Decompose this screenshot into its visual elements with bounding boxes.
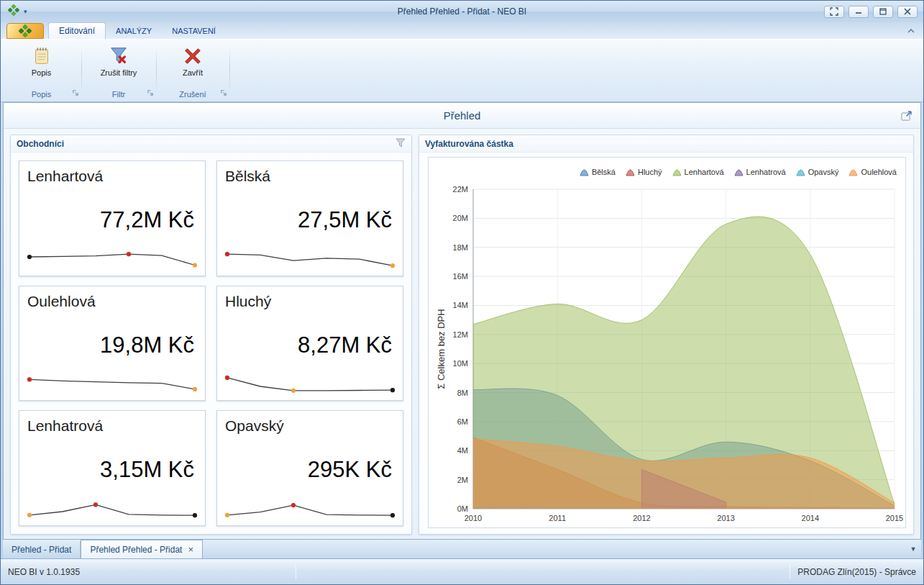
svg-text:0M: 0M [457, 504, 468, 513]
legend-item-Lenhatrová[interactable]: Lenhatrová [734, 168, 786, 176]
svg-text:14M: 14M [453, 301, 468, 309]
group-caption-zruseni: Zrušení [157, 89, 229, 100]
group-separator [229, 45, 230, 96]
group-caption-filtr: Filtr [82, 89, 155, 100]
dashboard-body: Obchodníci Lenhartová77,2M KčBělská27,5M… [4, 129, 920, 539]
content-frame: Přehled Obchodníci Lenhartová77, [3, 102, 921, 540]
legend-item-Oulehlová[interactable]: Oulehlová [848, 168, 897, 176]
kpi-card-5[interactable]: Opavský295K Kč [216, 410, 403, 526]
ribbon-collapse-button[interactable] [905, 25, 918, 37]
document-tab-bar: Přehled - Přidat Přehled Přehled - Přida… [3, 540, 921, 558]
legend-item-Lenhartová[interactable]: Lenhartová [672, 168, 724, 176]
filter-icon[interactable] [395, 137, 406, 150]
svg-text:2011: 2011 [549, 514, 566, 522]
window-title: Přehled Přehled - Přidat - NEO BI [1, 6, 923, 17]
svg-text:22M: 22M [453, 185, 468, 194]
legend-item-Opavský[interactable]: Opavský [796, 168, 839, 176]
svg-text:2010: 2010 [465, 514, 482, 522]
kpi-sparkline [24, 490, 201, 522]
kpi-card-title: Opavský [225, 417, 284, 435]
maximize-button[interactable] [873, 6, 893, 18]
svg-text:20M: 20M [453, 214, 468, 222]
kpi-card-value: 27,5M Kč [298, 207, 392, 233]
legend-area-icon [580, 168, 589, 176]
kpi-sparkline [221, 490, 398, 522]
legend-item-Hluchý[interactable]: Hluchý [626, 168, 662, 176]
fullscreen-icon [830, 7, 838, 16]
kpi-card-title: Lenhatrová [27, 417, 103, 435]
ribbon-tab-analyzy[interactable]: ANALÝZY [106, 23, 162, 39]
kpi-card-2[interactable]: Oulehlová19,8M Kč [19, 286, 206, 402]
ribbon-tab-editovani[interactable]: Editování [48, 22, 106, 39]
svg-text:16M: 16M [453, 272, 468, 281]
zavrit-button[interactable]: Zavřít [177, 42, 209, 79]
legend-label: Lenhatrová [746, 168, 786, 176]
svg-text:12M: 12M [453, 330, 468, 339]
zavrit-button-label: Zavřít [183, 68, 203, 77]
panel-chart-title: Vyfakturována částka [425, 139, 513, 149]
app-logo-icon [8, 4, 19, 19]
kpi-card-grid: Lenhartová77,2M KčBělská27,5M KčOulehlov… [11, 154, 411, 534]
minimize-button[interactable] [848, 6, 869, 18]
maximize-icon [879, 7, 887, 16]
legend-label: Hluchý [638, 168, 662, 176]
invoiced-amount-area-chart[interactable]: 0M2M4M6M8M10M12M14M16M18M20M22M201020112… [431, 183, 906, 529]
legend-label: Opavský [808, 168, 839, 176]
close-button[interactable] [897, 6, 918, 18]
kpi-sparkline [221, 240, 398, 272]
kpi-card-title: Hluchý [225, 293, 271, 310]
ribbon-group-popis: Popis Popis [2, 41, 82, 101]
app-logo-icon [19, 24, 32, 37]
kpi-card-4[interactable]: Lenhatrová3,15M Kč [19, 410, 206, 526]
kpi-card-value: 19,8M Kč [100, 332, 194, 358]
svg-text:2014: 2014 [802, 514, 819, 522]
panel-obchodnici: Obchodníci Lenhartová77,2M KčBělská27,5M… [10, 135, 412, 535]
page-title: Přehled [444, 109, 481, 122]
close-red-icon [182, 45, 203, 67]
close-tab-icon[interactable]: × [188, 545, 193, 554]
svg-text:8M: 8M [457, 389, 468, 397]
zrusit-filtry-button[interactable]: Zrušit filtry [96, 42, 142, 79]
legend-item-Bělská[interactable]: Bělská [580, 168, 616, 176]
legend-area-icon [796, 168, 805, 176]
panel-obchodnici-header: Obchodníci [11, 135, 411, 153]
title-bar[interactable]: ▾ Přehled Přehled - Přidat - NEO BI [1, 1, 923, 22]
app-menu-button[interactable] [6, 23, 44, 39]
status-bar: NEO BI v 1.0.1935 PRODAG Zlín(2015) - Sp… [1, 558, 923, 584]
kpi-sparkline [24, 365, 201, 396]
kpi-card-0[interactable]: Lenhartová77,2M Kč [19, 160, 206, 276]
ribbon-group-filtr: Zrušit filtry Filtr [82, 41, 157, 101]
notepad-icon [31, 45, 52, 67]
kpi-card-1[interactable]: Bělská27,5M Kč [216, 160, 403, 276]
group-caption-popis: Popis [2, 89, 81, 100]
panel-obchodnici-title: Obchodníci [17, 139, 64, 149]
zrusit-filtry-button-label: Zrušit filtry [101, 68, 137, 77]
dialog-launcher-icon[interactable] [220, 86, 227, 99]
clear-filter-icon [108, 45, 129, 67]
svg-text:2M: 2M [457, 476, 468, 484]
svg-text:18M: 18M [453, 243, 468, 252]
chart-box: Bělská Hluchý Lenhartová Lenhatrová Opav… [428, 157, 906, 528]
kpi-card-3[interactable]: Hluchý8,27M Kč [216, 286, 403, 402]
open-in-window-button[interactable] [899, 109, 915, 123]
svg-text:6M: 6M [457, 417, 468, 426]
close-icon [903, 7, 912, 16]
kpi-card-title: Bělská [225, 168, 270, 185]
legend-area-icon [734, 168, 744, 176]
doc-tab-prehled-prehled-pridat[interactable]: Přehled Přehled - Přidat × [81, 540, 203, 558]
dialog-launcher-icon[interactable] [72, 86, 79, 99]
fullscreen-button[interactable] [824, 6, 844, 18]
tab-scroll-dropdown-icon[interactable]: ▼ [907, 543, 919, 555]
panel-chart-header: Vyfakturována částka [419, 135, 913, 153]
status-version: NEO BI v 1.0.1935 [8, 567, 80, 577]
dialog-launcher-icon[interactable] [147, 86, 154, 99]
doc-tab-prehled-pridat[interactable]: Přehled - Přidat [3, 541, 81, 558]
legend-label: Lenhartová [685, 168, 724, 176]
ribbon-tab-strip: Editování ANALÝZY NASTAVENÍ [1, 22, 923, 39]
page-header: Přehled [4, 103, 920, 129]
quick-access-dropdown-icon[interactable]: ▾ [24, 8, 27, 15]
doc-tab-label: Přehled - Přidat [12, 545, 71, 555]
popis-button[interactable]: Popis [26, 42, 58, 79]
svg-text:2012: 2012 [633, 514, 650, 522]
ribbon-tab-nastaveni[interactable]: NASTAVENÍ [162, 23, 226, 39]
